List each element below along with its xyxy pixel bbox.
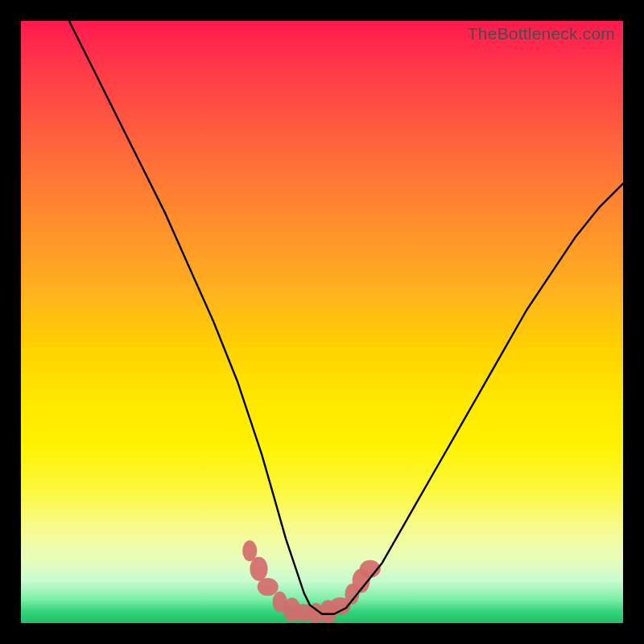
- marker-blob: [242, 540, 257, 561]
- chart-svg: [21, 21, 623, 623]
- marker-layer: [242, 540, 381, 623]
- marker-blob: [258, 578, 279, 596]
- marker-blob: [250, 557, 268, 581]
- bottleneck-curve: [69, 21, 623, 614]
- chart-plot-area: TheBottleneck.com: [21, 21, 623, 623]
